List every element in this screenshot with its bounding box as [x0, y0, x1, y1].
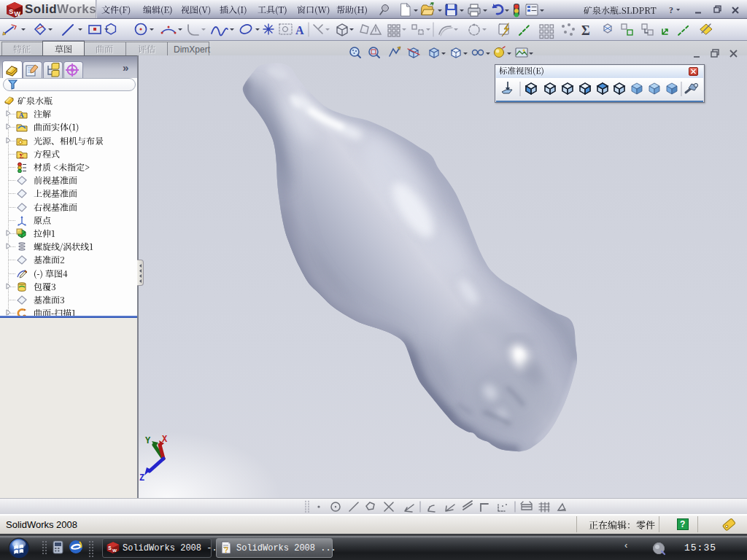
- svg-text:Y: Y: [145, 436, 151, 446]
- svg-text:W: W: [15, 10, 21, 18]
- svg-text:W: W: [112, 548, 117, 553]
- svg-text:S: S: [108, 545, 112, 551]
- svg-text:A: A: [19, 112, 24, 119]
- svg-text:Z: Z: [139, 473, 144, 482]
- svg-text:?: ?: [224, 546, 228, 554]
- svg-text:A: A: [295, 24, 304, 36]
- svg-text:Σ: Σ: [581, 23, 590, 38]
- svg-text:S: S: [9, 8, 13, 15]
- svg-text:X: X: [162, 435, 168, 445]
- svg-text:Σ: Σ: [20, 152, 24, 160]
- svg-text:?: ?: [669, 5, 673, 15]
